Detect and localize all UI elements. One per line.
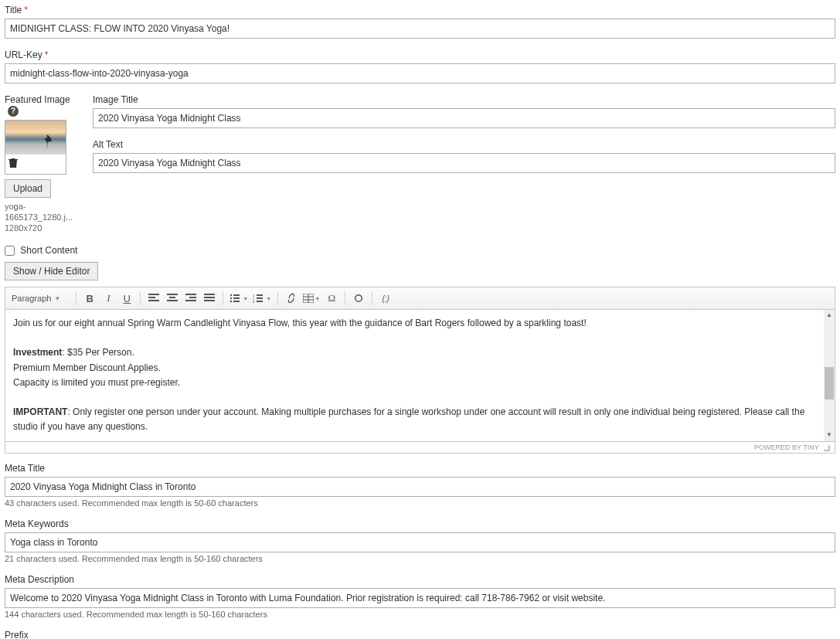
format-dropdown-text: Paragraph <box>12 294 51 303</box>
editor-footer: POWERED BY TINY <box>5 442 835 454</box>
important-bold: IMPORTANT <box>13 406 67 417</box>
powered-by-text: POWERED BY TINY <box>754 444 819 451</box>
alt-text-label: Alt Text <box>93 139 835 150</box>
trash-icon[interactable] <box>9 158 18 168</box>
short-content-checkbox[interactable] <box>5 246 15 256</box>
upload-button[interactable]: Upload <box>5 179 51 198</box>
svg-point-3 <box>230 301 232 302</box>
help-icon[interactable]: ? <box>8 106 19 117</box>
title-label: Title* <box>5 5 835 15</box>
prefix-label: Prefix <box>5 630 835 639</box>
svg-point-9 <box>356 296 362 301</box>
thumbnail-image <box>5 121 66 155</box>
editor-paragraph: Investment: $35 Per Person. <box>13 345 814 360</box>
toolbar-separator <box>372 291 372 305</box>
number-list-button[interactable]: 123▼ <box>251 290 273 307</box>
filename-text: yoga-1665173_1280.j... <box>5 201 82 223</box>
toolbar-separator <box>223 291 223 305</box>
image-title-input[interactable] <box>93 108 835 128</box>
align-justify-button[interactable] <box>201 290 218 307</box>
dimensions-text: 1280x720 <box>5 223 82 233</box>
toolbar-separator <box>277 291 278 305</box>
title-input[interactable] <box>5 19 835 39</box>
important-text: : Only register one person under your ac… <box>13 406 804 432</box>
meta-title-label: Meta Title <box>5 463 835 474</box>
editor-content[interactable]: Join us for our eight annual Spring Warm… <box>5 310 835 442</box>
meta-title-input[interactable] <box>5 477 835 497</box>
required-indicator: * <box>45 49 49 60</box>
featured-image-label: Featured Image ? <box>5 94 82 117</box>
toggle-editor-button[interactable]: Show / Hide Editor <box>5 262 98 280</box>
meta-keywords-hint: 21 characters used. Recommended max leng… <box>5 554 835 563</box>
editor-toolbar: Paragraph ▼ B I U ▼ 123▼ ▼ Ω {;} <box>5 287 835 310</box>
investment-bold: Investment <box>13 347 62 358</box>
bold-button[interactable]: B <box>81 290 98 307</box>
image-title-label: Image Title <box>93 94 835 105</box>
table-button[interactable]: ▼ <box>301 290 321 307</box>
chevron-down-icon: ▼ <box>54 295 60 302</box>
meta-keywords-input[interactable] <box>5 532 835 552</box>
required-indicator: * <box>24 5 28 15</box>
link-button[interactable] <box>283 290 300 307</box>
align-left-button[interactable] <box>145 290 162 307</box>
code-button[interactable]: {;} <box>377 290 394 307</box>
investment-text: : $35 Per Person. <box>62 347 134 358</box>
scroll-up-arrow[interactable]: ▲ <box>824 310 835 321</box>
meta-title-hint: 43 characters used. Recommended max leng… <box>5 498 835 508</box>
svg-point-2 <box>230 297 232 299</box>
short-content-label: Short Content <box>20 245 77 256</box>
editor-scrollbar[interactable]: ▲ ▼ <box>824 310 835 441</box>
editor-paragraph: Premium Member Discount Applies. <box>13 361 814 376</box>
align-center-button[interactable] <box>164 290 181 307</box>
italic-button[interactable]: I <box>100 290 117 307</box>
align-right-button[interactable] <box>182 290 199 307</box>
underline-button[interactable]: U <box>118 290 135 307</box>
meta-description-label: Meta Description <box>5 574 835 585</box>
featured-image-label-text: Featured Image <box>5 94 70 105</box>
meta-description-hint: 144 characters used. Recommended max len… <box>5 610 835 619</box>
url-key-label: URL-Key* <box>5 49 835 60</box>
editor-paragraph: IMPORTANT: Only register one person unde… <box>13 405 814 434</box>
meta-keywords-label: Meta Keywords <box>5 518 835 529</box>
svg-point-1 <box>230 294 232 296</box>
title-label-text: Title <box>5 5 22 15</box>
resize-handle-icon[interactable] <box>824 445 830 451</box>
editor-paragraph: Join us for our eight annual Spring Warm… <box>13 316 814 331</box>
format-dropdown[interactable]: Paragraph ▼ <box>9 292 71 304</box>
url-key-label-text: URL-Key <box>5 49 43 60</box>
editor-paragraph: Capacity is limited you must pre-registe… <box>13 376 814 390</box>
bullet-list-button[interactable]: ▼ <box>228 290 250 307</box>
scroll-down-arrow[interactable]: ▼ <box>824 430 835 441</box>
meta-description-input[interactable] <box>5 588 835 608</box>
special-char-button[interactable]: Ω <box>323 290 340 307</box>
toolbar-separator <box>345 291 345 305</box>
anchor-button[interactable] <box>350 290 367 307</box>
toolbar-separator <box>140 291 141 305</box>
alt-text-input[interactable] <box>93 153 835 173</box>
scroll-thumb[interactable] <box>825 367 834 399</box>
toolbar-separator <box>76 291 77 305</box>
svg-point-0 <box>46 135 48 137</box>
featured-image-thumbnail[interactable] <box>5 120 66 175</box>
svg-text:3: 3 <box>253 300 255 303</box>
url-key-input[interactable] <box>5 63 835 83</box>
